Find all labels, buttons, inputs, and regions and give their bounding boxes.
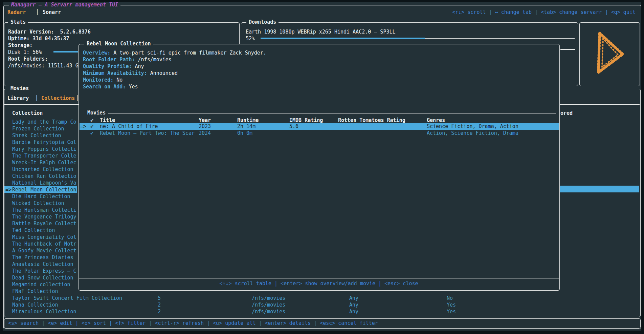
col-genres: Genres <box>427 117 445 124</box>
stats-disk-label: Disk 1: 56% <box>8 49 42 56</box>
downloads-panel-title: Downloads <box>246 19 279 25</box>
tab-library[interactable]: Library <box>7 95 29 102</box>
movies-panel-title: Movies <box>8 85 31 91</box>
managarr-tui-screen: Managarr – A Servarr management TUI Rada… <box>0 0 644 334</box>
min-availability-label: Minimum Availability: <box>83 70 147 76</box>
collection-name: Shrek Collection <box>12 132 61 139</box>
collection-name: FNaF Collection <box>12 288 58 295</box>
download2-progress-track-fragment <box>560 49 575 50</box>
collection-list-item[interactable]: The Hunchback of Notr <box>4 241 77 247</box>
selected-row-highlight-right <box>560 186 639 192</box>
collection-list-item[interactable]: Barbie Fairytopia Col <box>4 139 77 146</box>
collection-list-item[interactable]: Dead Snow Collection <box>4 274 77 281</box>
collection-monitored-cell: Yes <box>447 301 456 308</box>
collection-list-item[interactable]: Battle Royale Collect <box>4 220 77 227</box>
collection-list-item[interactable]: Wicked Collection <box>4 200 77 207</box>
stats-root-folders-label: Root Folders: <box>8 56 48 62</box>
collection-name: Uncharted Collection <box>12 166 73 173</box>
root-folder-label: Root Folder Path: <box>83 57 135 63</box>
collection-path-cell: /nfs/movies <box>252 295 285 301</box>
collection-list-item[interactable]: Ted Collection <box>4 227 77 234</box>
collection-list-item[interactable]: Uncharted Collection <box>4 166 77 173</box>
search-on-add-label: Search on Add: <box>83 84 126 90</box>
collection-list-item[interactable]: The Polar Express – C <box>4 268 77 274</box>
tab-separator: │ <box>36 9 39 16</box>
collection-name: Ted Collection <box>12 227 55 234</box>
col-check: ✔ <box>90 117 93 124</box>
collection-name: Dead Snow Collection <box>12 274 73 281</box>
collection-list-item[interactable]: Anastasia Collection <box>4 261 77 268</box>
tab-sonarr[interactable]: Sonarr <box>43 9 61 16</box>
collection-list-item[interactable]: National Lampoon's Va <box>4 180 77 186</box>
collection-list-item[interactable]: The Huntsman Collecti <box>4 207 77 213</box>
movies-table-title-rule <box>85 113 556 113</box>
collection-name: The Princess Diaries <box>12 254 73 261</box>
collection-name: Die Hard Collection <box>12 193 70 200</box>
col-title: Title <box>100 117 115 124</box>
collection-name: Rebel Moon Collection <box>12 186 76 193</box>
collection-list-item[interactable]: Miss Congeniality Col <box>4 234 77 241</box>
collection-details-modal: Rebel Moon Collection Overview: A two-pa… <box>79 44 560 291</box>
monitored-value: No <box>113 77 123 83</box>
collection-name: Miss Congeniality Col <box>12 234 76 241</box>
collection-monitored-cell: Yes <box>447 308 456 315</box>
collection-list-item[interactable]: The Princess Diaries <box>4 254 77 261</box>
collection-name: The Vengeance Trilogy <box>12 213 76 220</box>
stats-root-folder-value: /nfs/movies: 11511.43 GB <box>8 62 82 69</box>
collection-name: Barbie Fairytopia Col <box>12 139 76 146</box>
collection-list-item[interactable]: Megamind collection <box>4 281 77 288</box>
overview-label: Overview: <box>83 50 110 56</box>
collection-list-item[interactable]: Lady and the Tramp Co <box>4 119 77 125</box>
modal-keybind-hints: <↑↓> scroll table | <enter> show overvie… <box>79 280 559 287</box>
col-runtime: Runtime <box>237 117 259 124</box>
collection-name: The Transporter Colle <box>12 152 76 159</box>
collection-count-cell: 2 <box>158 301 161 308</box>
monitored-column-header-fragment: ored <box>560 110 573 117</box>
collection-quality-cell: Any <box>349 301 358 308</box>
collection-list-item[interactable]: Wreck-It Ralph Collec <box>4 159 77 166</box>
collection-list-item[interactable]: Die Hard Collection <box>4 193 77 200</box>
collection-list-item[interactable]: Taylor Swift Concert Film Collection <box>4 295 147 301</box>
collection-name: Megamind collection <box>12 281 70 288</box>
collection-list-item[interactable]: Chicken Run Collectio <box>4 173 77 180</box>
collection-path-cell: /nfs/movies <box>252 308 285 315</box>
download-progress-fill <box>261 38 425 39</box>
collection-list-item[interactable]: Shrek Collection <box>4 132 77 139</box>
collection-quality-cell: Any <box>349 295 358 301</box>
col-imdb: IMDB Rating <box>289 117 323 124</box>
min-availability-value: Announced <box>147 70 178 76</box>
stats-uptime: Uptime: 31d 04:35:37 <box>8 35 69 42</box>
selection-marker: => <box>5 186 12 193</box>
collection-list-item[interactable]: Mary Poppins Collecti <box>4 146 77 152</box>
collection-list-item[interactable]: Miraculous Collection <box>4 308 147 315</box>
tab-collections[interactable]: Collections <box>41 95 75 102</box>
collection-list-item[interactable]: Nana Collection <box>4 301 147 308</box>
collection-list-item[interactable]: =>Rebel Moon Collection <box>4 186 77 193</box>
download-item-name: Earth 1998 1080p WEBRip x265 Hindi AAC2.… <box>246 28 396 35</box>
stats-version: Radarr Version: 5.2.6.8376 <box>8 28 91 35</box>
tab-separator: │ <box>35 95 38 102</box>
overview-value: A two-part sci-fi epic from filmmaker Za… <box>110 50 266 56</box>
col-year: Year <box>199 117 211 124</box>
movies-table-title: Movies <box>85 110 108 116</box>
collection-name: Mary Poppins Collecti <box>12 146 76 152</box>
tab-radarr[interactable]: Radarr <box>7 9 26 16</box>
collection-monitored-cell: No <box>447 295 453 301</box>
collection-list-item[interactable]: Frozen Collection <box>4 125 77 132</box>
collection-name: Nana Collection <box>12 301 58 308</box>
quality-profile-value: Any <box>132 63 144 69</box>
monitored-check-icon: ✔ <box>90 123 93 130</box>
collection-list-item[interactable]: The Transporter Colle <box>4 152 77 159</box>
collection-list-item[interactable]: A Goofy Movie Collect <box>4 247 77 254</box>
collection-list-item[interactable]: FNaF Collection <box>4 288 77 295</box>
download-progress-track <box>425 38 575 39</box>
collection-path-cell: /nfs/movies <box>252 301 285 308</box>
collection-name: Lady and the Tramp Co <box>12 119 76 125</box>
quality-profile-label: Quality Profile: <box>83 63 132 69</box>
collection-quality-cell: Any <box>349 308 358 315</box>
managarr-play-logo-icon <box>588 28 631 80</box>
collection-column-header: Collection <box>12 110 43 117</box>
top-keybind-hints: <↑↓> scroll | ↔ change tab | <tab> chang… <box>452 9 636 16</box>
collection-list-item[interactable]: The Vengeance Trilogy <box>4 213 77 220</box>
collection-name: Battle Royale Collect <box>12 220 76 227</box>
